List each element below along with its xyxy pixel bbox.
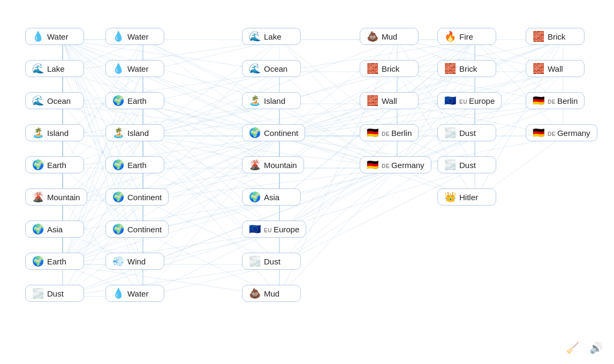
node-label-11: Mountain [47, 193, 80, 202]
node-prefix-42: DE [548, 131, 556, 137]
node-card-17[interactable]: 🌫️Dust [25, 285, 84, 302]
node-card-21[interactable]: 🏝️Island [242, 92, 301, 109]
node-prefix-25: EU [264, 228, 272, 233]
node-icon-37: 🌫️ [444, 160, 456, 170]
node-card-19[interactable]: 🌊Lake [242, 28, 301, 45]
node-card-11[interactable]: 🌋Mountain [25, 188, 87, 206]
node-label-12: Continent [127, 193, 162, 202]
node-icon-41: 🇩🇪 [533, 96, 544, 105]
node-icon-42: 🇩🇪 [533, 128, 544, 138]
node-icon-26: 🌫️ [249, 256, 261, 266]
node-label-41: Berlin [557, 96, 578, 105]
node-card-41[interactable]: 🇩🇪DEBerlin [526, 92, 585, 109]
node-icon-22: 🌍 [249, 128, 261, 138]
broom-button[interactable]: 🧹 [564, 339, 581, 357]
node-label-27: Mud [264, 289, 279, 298]
node-label-30: Brick [382, 64, 399, 73]
node-label-5: Ocean [47, 96, 71, 105]
node-card-37[interactable]: 🌫️Dust [437, 156, 496, 173]
node-card-15[interactable]: 🌍Earth [25, 253, 84, 270]
node-icon-17: 🌫️ [32, 289, 44, 298]
node-icon-30: 🧱 [367, 64, 378, 73]
node-card-40[interactable]: 🧱Wall [526, 60, 585, 77]
node-label-39: Brick [548, 32, 565, 41]
node-card-7[interactable]: 🏝️Island [25, 124, 84, 141]
node-label-23: Mountain [264, 161, 297, 170]
node-icon-31: 🧱 [444, 64, 456, 73]
node-label-26: Dust [264, 257, 281, 266]
node-card-28[interactable]: 💩Mud [360, 28, 419, 45]
node-icon-10: 🌍 [112, 160, 124, 170]
node-label-36: Germany [391, 161, 425, 170]
node-card-4[interactable]: 💧Water [105, 60, 164, 77]
sound-button[interactable]: 🔊 [587, 339, 604, 357]
node-label-4: Water [127, 64, 148, 73]
node-card-29[interactable]: 🔥Fire [437, 28, 496, 45]
node-card-31[interactable]: 🧱Brick [437, 60, 496, 77]
node-card-12[interactable]: 🌍Continent [105, 188, 169, 206]
node-card-34[interactable]: 🇩🇪DEBerlin [360, 124, 419, 141]
node-card-24[interactable]: 🌍Asia [242, 188, 301, 206]
node-card-14[interactable]: 🌍Continent [105, 221, 169, 238]
node-card-1[interactable]: 💧Water [25, 28, 84, 45]
node-card-22[interactable]: 🌍Continent [242, 124, 305, 141]
node-icon-14: 🌍 [112, 224, 124, 234]
node-label-31: Brick [459, 64, 477, 73]
node-prefix-41: DE [548, 99, 556, 105]
node-icon-36: 🇩🇪 [367, 160, 378, 170]
node-card-30[interactable]: 🧱Brick [360, 60, 419, 77]
node-card-2[interactable]: 💧Water [105, 28, 164, 45]
node-icon-19: 🌊 [249, 32, 261, 41]
node-card-13[interactable]: 🌍Asia [25, 221, 84, 238]
node-icon-23: 🌋 [249, 160, 261, 170]
node-icon-40: 🧱 [533, 64, 544, 73]
node-card-5[interactable]: 🌊Ocean [25, 92, 84, 109]
node-card-3[interactable]: 🌊Lake [25, 60, 84, 77]
node-label-38: Hitler [459, 193, 478, 202]
node-card-10[interactable]: 🌍Earth [105, 156, 164, 173]
node-card-39[interactable]: 🧱Brick [526, 28, 585, 45]
node-icon-21: 🏝️ [249, 96, 261, 105]
toolbar-bottom: 🧹 🔊 [564, 339, 604, 357]
node-label-10: Earth [127, 161, 147, 170]
node-card-18[interactable]: 💧Water [105, 285, 164, 302]
node-card-25[interactable]: 🇪🇺EUEurope [242, 221, 306, 238]
node-card-32[interactable]: 🧱Wall [360, 92, 419, 109]
node-icon-2: 💧 [112, 32, 124, 41]
node-label-16: Wind [127, 257, 146, 266]
node-label-2: Water [127, 32, 148, 41]
node-card-6[interactable]: 🌍Earth [105, 92, 164, 109]
node-card-16[interactable]: 💨Wind [105, 253, 164, 270]
node-icon-39: 🧱 [533, 32, 544, 41]
node-label-13: Asia [47, 225, 63, 234]
node-card-38[interactable]: 👑Hitler [437, 188, 496, 206]
node-label-18: Water [127, 289, 148, 298]
node-label-34: Berlin [391, 128, 412, 138]
node-icon-7: 🏝️ [32, 128, 44, 138]
node-label-14: Continent [127, 225, 162, 234]
node-label-37: Dust [459, 161, 476, 170]
node-card-36[interactable]: 🇩🇪DEGermany [360, 156, 431, 173]
node-card-42[interactable]: 🇩🇪DEGermany [526, 124, 597, 141]
node-card-35[interactable]: 🌫️Dust [437, 124, 496, 141]
node-card-27[interactable]: 💩Mud [242, 285, 301, 302]
node-icon-32: 🧱 [367, 96, 378, 105]
node-card-33[interactable]: 🇪🇺EUEurope [437, 92, 502, 109]
node-icon-11: 🌋 [32, 192, 44, 202]
node-card-20[interactable]: 🌊Ocean [242, 60, 301, 77]
node-label-15: Earth [47, 257, 66, 266]
node-prefix-33: EU [459, 99, 467, 105]
node-card-8[interactable]: 🏝️Island [105, 124, 164, 141]
node-label-28: Mud [382, 32, 397, 41]
node-icon-6: 🌍 [112, 96, 124, 105]
node-card-9[interactable]: 🌍Earth [25, 156, 84, 173]
node-card-23[interactable]: 🌋Mountain [242, 156, 304, 173]
node-card-26[interactable]: 🌫️Dust [242, 253, 301, 270]
node-label-1: Water [47, 32, 68, 41]
node-icon-5: 🌊 [32, 96, 44, 105]
node-label-22: Continent [264, 128, 298, 138]
node-icon-8: 🏝️ [112, 128, 124, 138]
node-icon-27: 💩 [249, 289, 261, 298]
node-icon-1: 💧 [32, 32, 44, 41]
node-label-3: Lake [47, 64, 65, 73]
